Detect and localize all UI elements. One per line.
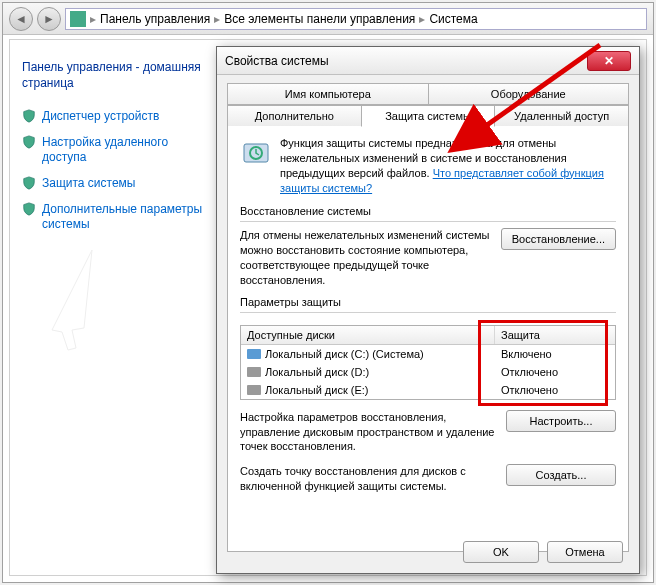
create-button[interactable]: Создать... [506,464,616,486]
tab-advanced[interactable]: Дополнительно [227,105,362,127]
config-text: Настройка параметров восстановления, упр… [240,410,498,455]
restore-button[interactable]: Восстановление... [501,228,616,250]
nav-label: Диспетчер устройств [42,109,159,125]
tab-panel: Функция защиты системы предназначена для… [227,126,629,552]
nav-label: Настройка удаленного доступа [42,135,212,166]
ok-button[interactable]: OK [463,541,539,563]
col-status: Защита [495,326,615,344]
table-row[interactable]: Локальный диск (C:) (Система)Включено [241,345,615,363]
disk-name: Локальный диск (C:) (Система) [265,348,424,360]
disk-status: Включено [495,345,615,363]
info-text: Функция защиты системы предназначена для… [280,136,616,195]
shield-icon [22,135,36,149]
dialog-titlebar: Свойства системы ✕ [217,47,639,75]
tab-computer-name[interactable]: Имя компьютера [227,83,429,105]
disk-icon [247,367,261,377]
nav-label: Защита системы [42,176,135,192]
address-bar: ◄ ► ▸ Панель управления ▸ Все элементы п… [3,3,653,35]
configure-button[interactable]: Настроить... [506,410,616,432]
nav-label: Дополнительные параметры системы [42,202,212,233]
shield-icon [22,109,36,123]
tab-system-protection[interactable]: Защита системы [361,105,496,127]
create-text: Создать точку восстановления для дисков … [240,464,498,494]
shield-icon [22,202,36,216]
left-nav: Панель управления - домашняя страница Ди… [22,60,212,243]
col-disks: Доступные диски [241,326,495,344]
disk-name: Локальный диск (D:) [265,366,369,378]
disk-table[interactable]: Доступные диски Защита Локальный диск (C… [240,325,616,400]
restore-group-label: Восстановление системы [240,205,616,217]
forward-button[interactable]: ► [37,7,61,31]
back-button[interactable]: ◄ [9,7,33,31]
crumb-all-items[interactable]: Все элементы панели управления [224,12,415,26]
system-icon [70,11,86,27]
table-row[interactable]: Локальный диск (D:)Отключено [241,363,615,381]
nav-advanced-settings[interactable]: Дополнительные параметры системы [22,202,212,233]
tab-hardware[interactable]: Оборудование [428,83,630,105]
disk-icon [247,385,261,395]
disk-status: Отключено [495,363,615,381]
restore-text: Для отмены нежелательных изменений систе… [240,228,493,287]
leftnav-title[interactable]: Панель управления - домашняя страница [22,60,212,91]
breadcrumb[interactable]: ▸ Панель управления ▸ Все элементы панел… [65,8,647,30]
table-row[interactable]: Локальный диск (E:)Отключено [241,381,615,399]
nav-system-protection[interactable]: Защита системы [22,176,212,192]
crumb-system[interactable]: Система [429,12,477,26]
shield-icon [22,176,36,190]
tabs-container: Имя компьютера Оборудование Дополнительн… [217,75,639,552]
cancel-button[interactable]: Отмена [547,541,623,563]
nav-remote-access[interactable]: Настройка удаленного доступа [22,135,212,166]
crumb-control-panel[interactable]: Панель управления [100,12,210,26]
protection-group-label: Параметры защиты [240,296,616,308]
disk-status: Отключено [495,381,615,399]
restore-icon [240,136,272,168]
nav-device-manager[interactable]: Диспетчер устройств [22,109,212,125]
disk-name: Локальный диск (E:) [265,384,369,396]
tab-remote[interactable]: Удаленный доступ [494,105,629,127]
dialog-title: Свойства системы [225,54,587,68]
close-button[interactable]: ✕ [587,51,631,71]
system-properties-dialog: Свойства системы ✕ Имя компьютера Оборуд… [216,46,640,574]
disk-icon [247,349,261,359]
